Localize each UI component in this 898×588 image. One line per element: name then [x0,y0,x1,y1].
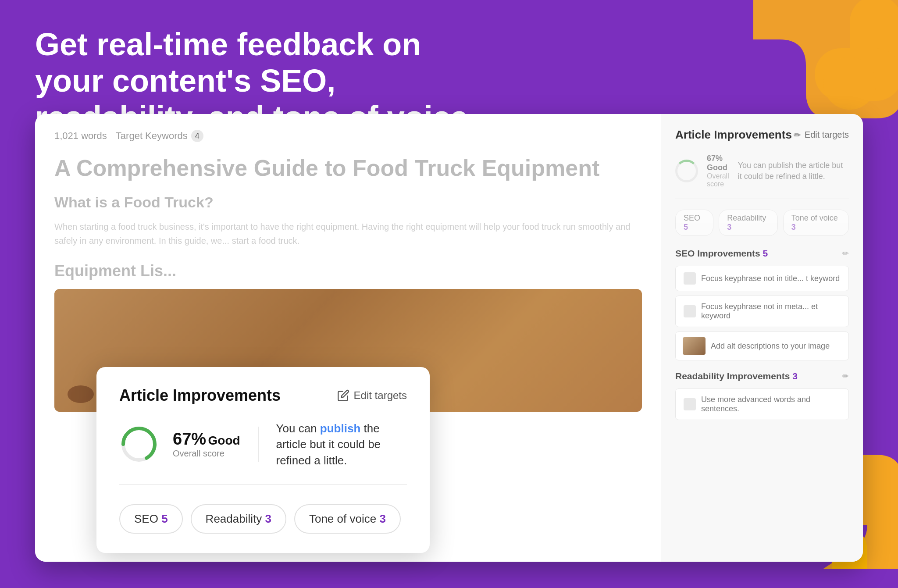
readability-item-1: Use more advanced words and sentences. [675,388,849,420]
seo-item-2-icon [684,305,696,317]
svg-point-2 [823,57,876,110]
article-title: A Comprehensive Guide to Food Truck Equi… [54,154,642,182]
modal-tone-pill[interactable]: Tone of voice 3 [294,504,401,534]
words-count: 1,021 words [54,130,107,142]
modal-score-label: Overall score [173,449,240,459]
seo-item-2-text: Focus keyphrase not in meta... et keywor… [701,302,841,321]
seo-item-3: Add alt descriptions to your image [675,331,849,360]
keywords-badge: 4 [191,130,203,142]
sidebar-seo-pill[interactable]: SEO 5 [675,210,713,236]
readability-improvements-title: Readability Improvements 3 [675,371,798,381]
sidebar-tags-row: SEO 5 Readability 3 Tone of voice 3 [675,210,849,236]
seo-improvements-header: SEO Improvements 5 ✏ [675,248,849,259]
sidebar-score-section: 67% Good Overall score You can publish t… [675,154,849,199]
readability-item-1-text: Use more advanced words and sentences. [701,395,841,413]
modal-seo-pill[interactable]: SEO 5 [119,504,183,534]
modal-score-divider [258,427,259,462]
seo-improvements-section: SEO Improvements 5 ✏ Focus keyphrase not… [675,248,849,360]
seo-item-1-icon [684,272,696,285]
readability-edit-icon: ✏ [842,371,849,381]
seo-improvements-title: SEO Improvements 5 [675,248,768,259]
sidebar-score-info: 67% Good Overall score [707,154,729,188]
target-keywords: Target Keywords 4 [116,130,203,142]
equipment-heading: Equipment Lis... [54,262,642,280]
readability-improvements-section: Readability Improvements 3 ✏ Use more ad… [675,371,849,420]
modal-score-value: 67% Good [173,430,240,449]
seo-item-3-text: Add alt descriptions to your image [711,342,830,351]
readability-improvements-header: Readability Improvements 3 ✏ [675,371,849,381]
modal-edit-targets-button[interactable]: Edit targets [337,389,407,402]
sidebar-score-percentage: 67% Good [707,154,729,172]
modal-score-description: You can publish the article but it could… [276,421,407,468]
pencil-icon: ✏ [794,130,801,140]
seo-item-3-thumb [683,337,706,355]
corner-decoration-top-right [753,0,898,133]
modal-score-info: 67% Good Overall score [173,430,240,459]
readability-item-1-icon [684,398,696,410]
article-body: When starting a food truck business, it'… [54,220,642,248]
seo-item-2: Focus keyphrase not in meta... et keywor… [675,296,849,327]
seo-item-1: Focus keyphrase not in title... t keywor… [675,266,849,291]
sidebar-tone-pill[interactable]: Tone of voice 3 [783,210,849,236]
sidebar-score-circle [675,160,698,182]
publish-link[interactable]: publish [320,422,360,435]
modal-pills-row: SEO 5 Readability 3 Tone of voice 3 [119,504,407,534]
svg-point-3 [68,385,94,403]
article-subtitle: What is a Food Truck? [54,194,642,211]
modal-title: Article Improvements [119,386,281,405]
modal-readability-pill[interactable]: Readability 3 [191,504,286,534]
article-improvements-modal: Article Improvements Edit targets 67% Go… [96,367,430,553]
sidebar-readability-pill[interactable]: Readability 3 [719,210,778,236]
seo-item-1-text: Focus keyphrase not in title... t keywor… [701,274,840,283]
modal-score-row: 67% Good Overall score You can publish t… [119,421,407,485]
modal-header: Article Improvements Edit targets [119,386,407,405]
modal-score-circle [119,424,159,464]
sidebar-score-desc: You can publish the article but it could… [738,160,849,182]
sidebar-header: Article Improvements ✏ Edit targets [675,128,849,142]
seo-edit-icon: ✏ [842,249,849,258]
sidebar-edit-targets-button[interactable]: ✏ Edit targets [794,130,849,140]
content-meta: 1,021 words Target Keywords 4 [54,130,642,142]
sidebar-panel: Article Improvements ✏ Edit targets 67% … [661,114,863,562]
edit-icon [337,389,349,402]
sidebar-title: Article Improvements [675,128,792,142]
